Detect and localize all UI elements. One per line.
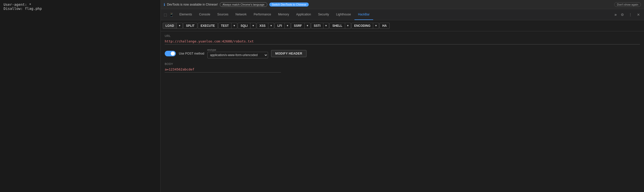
execute-button[interactable]: EXECUTE [198, 23, 218, 29]
tab-memory[interactable]: Memory [275, 9, 293, 20]
xss-btn-group: XSS ▼ [257, 23, 274, 29]
ssrf-dropdown-button[interactable]: ▼ [305, 23, 311, 29]
more-options-icon[interactable]: ⋮ [627, 11, 634, 18]
body-label: Body [165, 62, 640, 65]
more-tabs-button[interactable]: » [613, 12, 618, 17]
lfi-dropdown-button[interactable]: ▼ [285, 23, 291, 29]
encoding-dropdown-button[interactable]: ▼ [373, 23, 379, 29]
device-icon[interactable]: 📱 [169, 12, 174, 17]
url-section: URL [165, 34, 640, 44]
always-match-button[interactable]: Always match Chrome's language [220, 2, 267, 7]
ha-button[interactable]: HA [379, 23, 389, 29]
sqli-dropdown-button[interactable]: ▼ [250, 23, 256, 29]
shell-dropdown-button[interactable]: ▼ [345, 23, 351, 29]
test-btn-group: TEST ▼ [218, 23, 237, 29]
ssrf-btn-group: SSRF ▼ [291, 23, 311, 29]
encoding-btn-group: ENCODING ▼ [351, 23, 379, 29]
body-section: Body [165, 62, 640, 73]
lfi-btn-group: LFI ▼ [275, 23, 291, 29]
load-button[interactable]: LOAD [163, 23, 177, 29]
lfi-button[interactable]: LFI [275, 23, 285, 29]
switch-chinese-button[interactable]: Switch DevTools to Chinese [269, 3, 309, 7]
post-method-label: Use POST method [179, 52, 204, 55]
load-btn-group: LOAD ▼ [163, 23, 183, 29]
ssrf-button[interactable]: SSRF [291, 23, 305, 29]
ssti-btn-group: SSTI ▼ [311, 23, 329, 29]
tab-application[interactable]: Application [293, 9, 315, 20]
tab-security[interactable]: Security [315, 9, 332, 20]
tab-performance[interactable]: Performance [250, 9, 275, 20]
enctype-label: enctype [207, 49, 268, 51]
sqli-btn-group: SQLI ▼ [238, 23, 256, 29]
devtools-icons: ⬚ 📱 [161, 9, 176, 20]
notification-text: DevTools is now available in Chinese! [167, 3, 218, 6]
page-line-1: User-agent: * [4, 3, 157, 7]
tab-sources[interactable]: Sources [214, 9, 232, 20]
url-label: URL [165, 34, 640, 37]
info-icon: ℹ [164, 3, 165, 7]
inspect-icon[interactable]: ⬚ [163, 12, 168, 17]
encoding-button[interactable]: ENCODING [351, 23, 373, 29]
tab-elements[interactable]: Elements [176, 9, 196, 20]
enctype-select[interactable]: application/x-www-form-urlencoded multip… [207, 52, 268, 58]
test-button[interactable]: TEST [218, 23, 232, 29]
notification-bar: ℹ DevTools is now available in Chinese! … [161, 0, 644, 9]
body-input[interactable] [165, 66, 281, 73]
hackbar-bottom-area [161, 115, 644, 192]
enctype-section: enctype application/x-www-form-urlencode… [207, 49, 268, 58]
load-dropdown-button[interactable]: ▼ [177, 23, 183, 29]
devtools-panel: ℹ DevTools is now available in Chinese! … [160, 0, 644, 192]
tab-network[interactable]: Network [232, 9, 250, 20]
devtools-tabs: Elements Console Sources Network Perform… [176, 9, 611, 20]
page-content: User-agent: * Disallow: flag.php [0, 0, 160, 192]
xss-button[interactable]: XSS [257, 23, 268, 29]
shell-btn-group: SHELL ▼ [329, 23, 351, 29]
ssti-dropdown-button[interactable]: ▼ [323, 23, 329, 29]
shell-button[interactable]: SHELL [329, 23, 345, 29]
test-dropdown-button[interactable]: ▼ [231, 23, 237, 29]
tab-console[interactable]: Console [196, 9, 214, 20]
hackbar-toolbar: LOAD ▼ SPLIT EXECUTE TEST ▼ SQLI ▼ XSS ▼… [161, 20, 644, 31]
ssti-button[interactable]: SSTI [311, 23, 323, 29]
tab-lighthouse[interactable]: Lighthouse [332, 9, 354, 20]
toggle-slider [165, 51, 176, 56]
close-devtools-icon[interactable]: ✕ [635, 11, 642, 18]
modify-header-button[interactable]: MODIFY HEADER [271, 50, 307, 57]
xss-dropdown-button[interactable]: ▼ [268, 23, 274, 29]
url-input[interactable] [165, 38, 640, 44]
tab-bar: ⬚ 📱 Elements Console Sources Network Per… [161, 9, 644, 20]
post-method-toggle[interactable] [165, 51, 176, 56]
dont-show-button[interactable]: Don't show again [614, 2, 641, 7]
tab-bar-actions: » ⚙ ⋮ ✕ [611, 9, 644, 20]
tab-hackbar[interactable]: HackBar [354, 9, 373, 20]
page-line-2: Disallow: flag.php [4, 7, 157, 11]
post-method-row: Use POST method enctype application/x-ww… [165, 49, 640, 58]
hackbar-content: URL Use POST method enctype application/… [161, 31, 644, 115]
settings-icon[interactable]: ⚙ [619, 11, 626, 18]
sqli-button[interactable]: SQLI [238, 23, 250, 29]
enctype-select-row: application/x-www-form-urlencoded multip… [207, 52, 268, 58]
split-button[interactable]: SPLIT [183, 23, 197, 29]
